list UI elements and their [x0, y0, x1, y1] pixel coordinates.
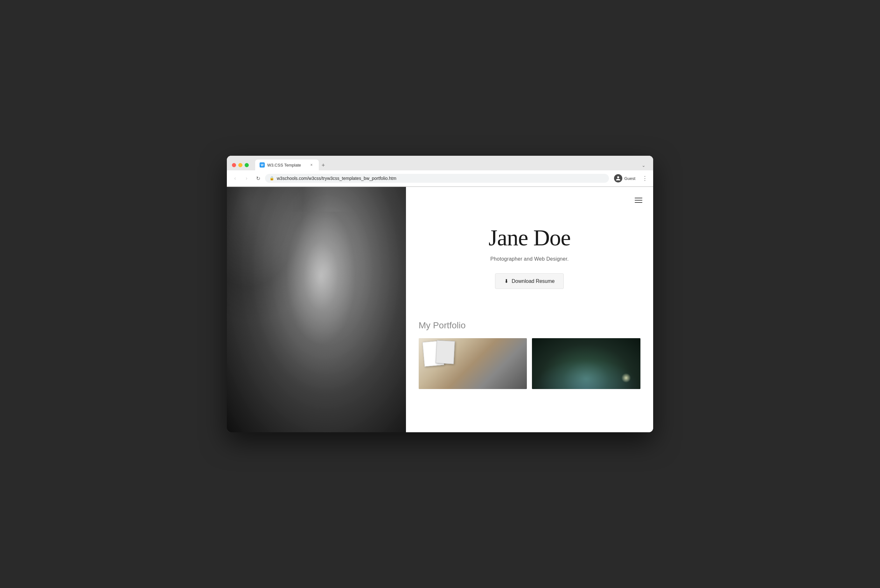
maximize-button[interactable]: [245, 163, 249, 167]
browser-chrome: W W3.CSS Template × + ⌄ ‹ › ↻ 🔒 w3school…: [227, 156, 653, 187]
download-icon: ⬇: [504, 278, 508, 284]
hamburger-line-1: [635, 198, 642, 198]
tabs-bar: W W3.CSS Template × + ⌄: [255, 159, 648, 170]
browser-window: W W3.CSS Template × + ⌄ ‹ › ↻ 🔒 w3school…: [227, 156, 653, 432]
browser-toolbar: ‹ › ↻ 🔒 w3schools.com/w3css/tryw3css_tem…: [227, 170, 653, 187]
tab-close-button[interactable]: ×: [308, 162, 314, 168]
url-display: w3schools.com/w3css/tryw3css_templates_b…: [277, 176, 605, 181]
portrait-background: [227, 187, 406, 432]
lock-icon: 🔒: [269, 176, 274, 180]
hamburger-line-2: [635, 200, 642, 201]
portfolio-heading: My Portfolio: [419, 320, 641, 330]
hero-subtitle: Photographer and Web Designer.: [490, 256, 569, 262]
portrait-highlight: [272, 212, 370, 373]
portfolio-item[interactable]: [419, 338, 527, 389]
browser-titlebar: W W3.CSS Template × + ⌄: [227, 156, 653, 170]
profile-avatar-icon: [614, 174, 622, 183]
portfolio-grid: [419, 338, 641, 389]
hamburger-line-3: [635, 202, 642, 203]
active-tab[interactable]: W W3.CSS Template ×: [255, 159, 319, 170]
hero-section: Jane Doe Photographer and Web Designer. …: [406, 187, 653, 320]
new-tab-button[interactable]: +: [319, 161, 328, 170]
minimize-button[interactable]: [238, 163, 242, 167]
webpage-content: Jane Doe Photographer and Web Designer. …: [227, 187, 653, 432]
download-resume-button[interactable]: ⬇ Download Resume: [495, 273, 564, 289]
tab-title: W3.CSS Template: [267, 163, 306, 168]
profile-name: Guest: [624, 176, 635, 181]
refresh-button[interactable]: ↻: [254, 174, 262, 183]
address-bar[interactable]: 🔒 w3schools.com/w3css/tryw3css_templates…: [265, 174, 609, 183]
profile-area[interactable]: Guest: [611, 173, 638, 184]
forward-button[interactable]: ›: [242, 174, 251, 183]
tab-favicon: W: [260, 162, 265, 168]
portfolio-section: My Portfolio: [406, 320, 653, 402]
browser-menu-button[interactable]: ⋮: [641, 174, 649, 183]
portfolio-item[interactable]: [532, 338, 641, 389]
content-panel: Jane Doe Photographer and Web Designer. …: [406, 187, 653, 432]
download-label: Download Resume: [511, 278, 555, 284]
hero-name: Jane Doe: [488, 225, 570, 251]
portrait-panel: [227, 187, 406, 432]
traffic-lights: [232, 163, 249, 167]
back-button[interactable]: ‹: [231, 174, 239, 183]
close-button[interactable]: [232, 163, 236, 167]
tab-dropdown-button[interactable]: ⌄: [639, 161, 648, 170]
hamburger-menu-button[interactable]: [633, 196, 644, 205]
